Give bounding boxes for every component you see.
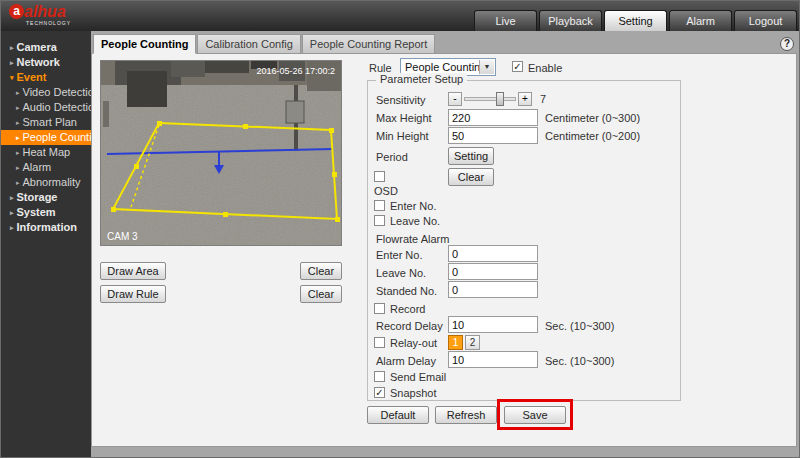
flowrate-enter-input[interactable] [448, 245, 538, 262]
bullet-arrow-icon: ▸ [16, 175, 20, 190]
nav-alarm-button[interactable]: Alarm [669, 10, 732, 31]
dahua-logo: aalhua TECHNOLOGY [9, 3, 71, 26]
clear-area-button[interactable]: Clear [300, 262, 342, 280]
sidebar-item-people-counting[interactable]: ▸People Counting [1, 130, 91, 145]
slider-handle[interactable] [496, 92, 504, 106]
dahua-camera-web-ui: aalhua TECHNOLOGY Live Playback Setting … [0, 0, 800, 458]
camera-name-overlay: CAM 3 [107, 231, 138, 242]
flowrate-leave-input[interactable] [448, 263, 538, 280]
max-height-input[interactable] [448, 109, 538, 126]
nav-playback-button[interactable]: Playback [539, 10, 602, 31]
sidebar-item-heat-map[interactable]: ▸Heat Map [1, 145, 91, 160]
flowrate-alarm-title: Flowrate Alarm [376, 233, 449, 245]
refresh-button[interactable]: Refresh [435, 406, 497, 424]
sidebar-item-system[interactable]: ▸System [1, 205, 91, 220]
machinery [205, 61, 249, 73]
sign-board [286, 101, 304, 123]
sidebar-item-smart-plan[interactable]: ▸Smart Plan [1, 115, 91, 130]
settings-panel: 2016-05-26 17:00:2 CAM 3 Draw Area Clear… [91, 53, 797, 447]
slider-track[interactable] [464, 97, 516, 101]
enable-checkbox[interactable] [512, 61, 523, 72]
send-email-checkbox[interactable] [374, 371, 385, 382]
sensitivity-slider: - + 7 [448, 92, 578, 107]
relay-out-checkbox[interactable] [374, 337, 385, 348]
osd-checkbox[interactable] [374, 171, 385, 182]
sidebar-item-storage[interactable]: ▸Storage [1, 190, 91, 205]
machinery [127, 71, 167, 107]
sidebar-item-network[interactable]: ▸Network [1, 55, 91, 70]
flowrate-standed-input[interactable] [448, 281, 538, 298]
nav-logout-button[interactable]: Logout [734, 10, 797, 31]
sidebar-item-event[interactable]: ▾Event [1, 70, 91, 85]
osd-clear-button[interactable]: Clear [448, 168, 494, 186]
sensitivity-label: Sensitivity [376, 94, 426, 106]
tab-calibration-config[interactable]: Calibration Config [197, 34, 300, 54]
clear-rule-button[interactable]: Clear [300, 285, 342, 303]
top-navigation: Live Playback Setting Alarm Logout [474, 10, 797, 31]
min-height-label: Min Height [376, 130, 429, 142]
post [103, 101, 109, 127]
bullet-arrow-icon: ▸ [16, 85, 20, 100]
parameter-setup-title: Parameter Setup [376, 73, 467, 85]
leave-no-label: Leave No. [390, 215, 440, 227]
enter-no-checkbox[interactable] [374, 200, 385, 211]
record-delay-label: Record Delay [376, 320, 443, 332]
default-button[interactable]: Default [367, 406, 429, 424]
bullet-arrow-icon: ▸ [16, 115, 20, 130]
main-content: People Counting Calibration Config Peopl… [91, 31, 799, 450]
logo-tagline: TECHNOLOGY [26, 21, 71, 26]
help-icon[interactable]: ? [780, 37, 794, 51]
sidebar-item-audio-detection[interactable]: ▸Audio Detection [1, 100, 91, 115]
camera-preview-canvas[interactable]: 2016-05-26 17:00:2 CAM 3 [100, 60, 342, 246]
sidebar-item-abnormality[interactable]: ▸Abnormality [1, 175, 91, 190]
sidebar-item-information[interactable]: ▸Information [1, 220, 91, 235]
tab-people-counting-report[interactable]: People Counting Report [302, 34, 435, 54]
min-height-input[interactable] [448, 127, 538, 144]
relay-out-1-button[interactable]: 1 [448, 335, 463, 350]
slider-minus-button[interactable]: - [448, 92, 462, 106]
slider-plus-button[interactable]: + [518, 92, 532, 106]
min-height-hint: Centimeter (0~200) [545, 130, 640, 142]
sidebar-item-alarm[interactable]: ▸Alarm [1, 160, 91, 175]
enable-label: Enable [528, 62, 562, 74]
draw-area-button[interactable]: Draw Area [100, 262, 166, 280]
tab-people-counting[interactable]: People Counting [93, 34, 196, 54]
parameter-setup-group: Parameter Setup Sensitivity - + 7 Max He… [367, 80, 681, 401]
sidebar: ▸Camera ▸Network ▾Event ▸Video Detection… [1, 31, 91, 458]
logo-text: alhua [24, 3, 66, 20]
sidebar-item-video-detection[interactable]: ▸Video Detection [1, 85, 91, 100]
snapshot-checkbox[interactable] [374, 387, 385, 398]
expand-arrow-icon: ▸ [10, 40, 14, 55]
flowrate-enter-label: Enter No. [376, 249, 422, 261]
draw-rule-button[interactable]: Draw Rule [100, 285, 166, 303]
max-height-hint: Centimeter (0~300) [545, 112, 640, 124]
relay-out-label: Relay-out [390, 337, 437, 349]
bullet-arrow-icon: ▸ [16, 160, 20, 175]
period-label: Period [376, 151, 408, 163]
flowrate-standed-label: Standed No. [376, 285, 437, 297]
relay-out-2-button[interactable]: 2 [465, 335, 480, 350]
bullet-arrow-icon: ▸ [16, 145, 20, 160]
alarm-delay-input[interactable] [448, 351, 538, 368]
osd-label: OSD [374, 185, 398, 197]
max-height-label: Max Height [376, 112, 432, 124]
expand-arrow-icon: ▸ [10, 205, 14, 220]
period-setting-button[interactable]: Setting [448, 147, 494, 165]
machinery [171, 61, 205, 77]
nav-live-button[interactable]: Live [474, 10, 537, 31]
record-delay-input[interactable] [448, 316, 538, 333]
tab-bar: People Counting Calibration Config Peopl… [93, 34, 436, 54]
dahua-logo-icon: a [9, 4, 24, 19]
expand-arrow-icon: ▸ [10, 55, 14, 70]
chevron-down-icon: ▼ [479, 60, 494, 74]
sensitivity-value: 7 [540, 93, 546, 105]
flowrate-leave-label: Leave No. [376, 267, 426, 279]
camera-preview-image: 2016-05-26 17:00:2 CAM 3 [101, 61, 341, 245]
save-button[interactable]: Save [504, 406, 566, 424]
nav-setting-button[interactable]: Setting [604, 10, 667, 31]
timestamp-overlay: 2016-05-26 17:00:2 [256, 66, 335, 76]
sidebar-item-camera[interactable]: ▸Camera [1, 40, 91, 55]
leave-no-checkbox[interactable] [374, 215, 385, 226]
record-checkbox[interactable] [374, 303, 385, 314]
record-label: Record [390, 303, 425, 315]
